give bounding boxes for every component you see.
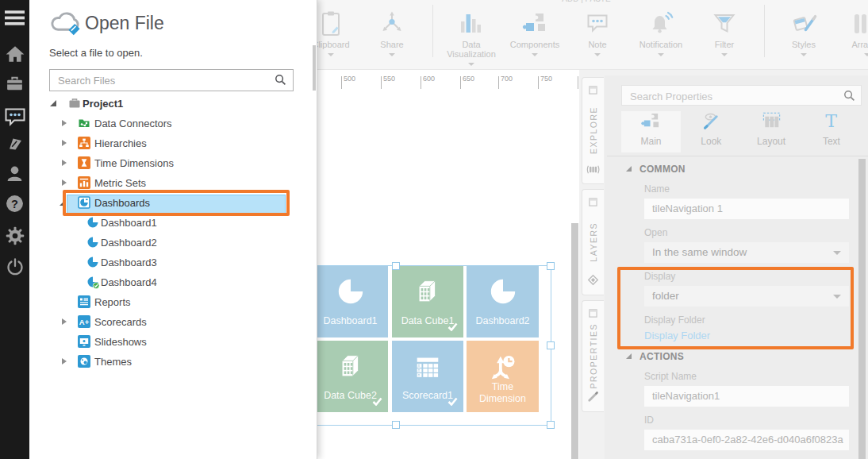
tree-item-scorecards[interactable]: A+Scorecards: [29, 312, 317, 332]
chevron-down-icon[interactable]: [721, 53, 728, 56]
time-dimensions-icon: [78, 156, 90, 169]
panel-pin-icon[interactable]: [589, 83, 597, 98]
dialog-scrollbar[interactable]: [313, 45, 316, 91]
side-tab-properties[interactable]: PROPERTIES: [582, 300, 604, 412]
tree-expander-collapsed[interactable]: [62, 358, 67, 364]
tree-item-data-connectors[interactable]: Data Connectors: [29, 114, 317, 133]
tree-item-dashboard1[interactable]: Dashboard1: [29, 213, 317, 233]
tree-item-themes[interactable]: Themes: [29, 352, 317, 372]
tree-item-label: Project1: [83, 94, 123, 114]
side-tab-explore[interactable]: EXPLORE: [582, 77, 604, 184]
section-header-common[interactable]: COMMON: [626, 164, 686, 175]
note-nav-button[interactable]: [0, 103, 29, 135]
svg-text:T: T: [826, 111, 838, 131]
power-nav-button[interactable]: [0, 257, 29, 280]
tree-item-dashboard2[interactable]: Dashboard2: [29, 233, 317, 253]
selection-handle[interactable]: [547, 421, 555, 429]
field-label-open: Open: [644, 227, 667, 238]
tree-expander-collapsed[interactable]: [62, 140, 67, 146]
pen-nav-button[interactable]: [0, 133, 29, 156]
chevron-down-icon[interactable]: [658, 53, 664, 56]
tree-expander-collapsed[interactable]: [62, 318, 67, 325]
dashboard-icon: [86, 236, 99, 249]
properties-tab-look[interactable]: Look: [682, 111, 741, 152]
canvas-scrollbar[interactable]: [571, 223, 578, 459]
ruler-tick-label: 500: [344, 75, 355, 83]
side-tab-layers[interactable]: LAYERS: [582, 189, 604, 295]
chevron-down-icon[interactable]: [532, 53, 538, 56]
selection-handle[interactable]: [547, 262, 555, 270]
file-search-input[interactable]: [56, 71, 274, 90]
panel-pin-icon[interactable]: [589, 307, 597, 321]
tile-scorecard1[interactable]: Scorecard1: [392, 341, 463, 412]
hierarchies-icon: [78, 137, 90, 149]
chevron-down-icon[interactable]: [833, 251, 841, 255]
home-nav-button[interactable]: [0, 44, 29, 68]
note-toolbar-icon: [583, 8, 612, 40]
tile-data-cube1[interactable]: Data Cube1: [392, 266, 463, 338]
properties-scrollbar[interactable]: [858, 159, 866, 459]
chevron-down-icon[interactable]: [801, 53, 807, 56]
hamburger-nav-button[interactable]: [0, 8, 29, 31]
chevron-down-icon[interactable]: [833, 295, 841, 299]
chevron-down-icon[interactable]: [328, 53, 334, 56]
check-icon: [372, 395, 382, 409]
tile-data-cube2[interactable]: Data Cube2: [313, 341, 388, 412]
tree-item-slideshows[interactable]: Slideshows: [29, 332, 317, 352]
tree-item-hierarchies[interactable]: Hierarchies: [29, 133, 317, 153]
tree-item-dashboards[interactable]: Dashboards: [29, 193, 317, 213]
share-toolbar-icon: [378, 8, 406, 40]
side-tab-label: LAYERS: [589, 222, 598, 262]
toolbar-item-filter[interactable]: Filter: [686, 8, 762, 68]
field-input-script-name[interactable]: tileNavigation1: [644, 386, 849, 407]
selection-handle[interactable]: [547, 341, 555, 349]
properties-tab-label: Main: [640, 136, 661, 147]
tile-time-dimension[interactable]: Time Dimension: [467, 341, 539, 412]
time-tile-icon: [467, 351, 539, 384]
field-select-display[interactable]: folder: [644, 286, 849, 307]
selection-handle[interactable]: [392, 421, 400, 429]
collapse-triangle-icon[interactable]: [626, 166, 632, 172]
properties-tab-text[interactable]: TText: [801, 111, 861, 152]
tree-item-label: Slideshows: [94, 332, 147, 352]
tree-expander-expanded[interactable]: [50, 100, 56, 106]
properties-tab-main[interactable]: Main: [621, 111, 681, 152]
tree-item-dashboard4[interactable]: Dashboard4: [29, 272, 317, 292]
pen-icon: [6, 133, 25, 156]
design-canvas[interactable]: 500550600650700750Dashboard1Data Cube1Da…: [317, 70, 579, 459]
dialog-subtitle: Select a file to open.: [49, 47, 143, 59]
chevron-down-icon[interactable]: [468, 63, 474, 66]
field-link-display-folder[interactable]: Display Folder: [644, 330, 710, 341]
toolbar-item-arrange[interactable]: Arrange: [829, 8, 868, 68]
selection-handle[interactable]: [392, 262, 400, 270]
section-header-actions[interactable]: ACTIONS: [626, 351, 684, 362]
tree-item-label: Hierarchies: [94, 133, 147, 153]
tree-item-time-dimensions[interactable]: Time Dimensions: [29, 153, 317, 173]
chevron-down-icon[interactable]: [389, 53, 395, 56]
tree-expander-collapsed[interactable]: [62, 120, 67, 126]
panel-pin-icon[interactable]: [589, 195, 597, 210]
field-input-name[interactable]: tileNavigation 1: [644, 199, 849, 219]
field-select-open[interactable]: In the same window: [644, 242, 849, 263]
tree-expander-expanded[interactable]: [60, 199, 66, 206]
field-input-id[interactable]: caba731a-0ef0-2a82-42e6-d040a6f0823a: [644, 430, 849, 450]
tree-expander-collapsed[interactable]: [62, 179, 67, 186]
help-nav-button[interactable]: ?: [0, 194, 29, 217]
chevron-down-icon[interactable]: [594, 53, 601, 56]
tree-item-project1[interactable]: Project1: [29, 94, 317, 114]
properties-search-input[interactable]: [628, 87, 842, 105]
user-nav-button[interactable]: [0, 164, 29, 187]
tree-item-metric-sets[interactable]: Metric Sets: [29, 173, 317, 193]
gear-nav-button[interactable]: [0, 226, 29, 249]
properties-tab-layout[interactable]: Layout: [742, 111, 801, 152]
chevron-down-icon[interactable]: [864, 53, 868, 56]
tile-dashboard2[interactable]: Dashboard2: [467, 266, 539, 338]
briefcase-nav-button[interactable]: [0, 73, 29, 96]
tree-expander-collapsed[interactable]: [62, 160, 67, 166]
collapse-triangle-icon[interactable]: [626, 353, 632, 359]
tree-item-reports[interactable]: Reports: [29, 292, 317, 312]
tile-dashboard1[interactable]: Dashboard1: [313, 266, 388, 338]
tree-item-dashboard3[interactable]: Dashboard3: [29, 253, 317, 272]
explore-icon: [586, 164, 600, 178]
toolbar-item-share[interactable]: Share: [354, 8, 430, 68]
